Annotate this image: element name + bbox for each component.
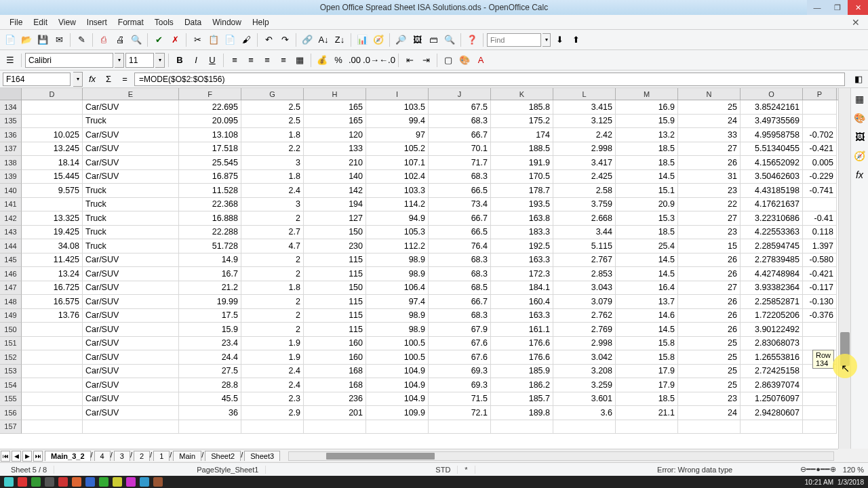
- cell[interactable]: 9.575: [22, 184, 83, 198]
- row-header[interactable]: 147: [0, 281, 22, 296]
- cell[interactable]: 161.1: [491, 323, 553, 337]
- cell[interactable]: 185.8: [491, 100, 553, 115]
- cell[interactable]: Truck: [83, 115, 179, 129]
- vscroll-thumb[interactable]: [840, 332, 850, 366]
- navigator-panel-icon[interactable]: 🧭: [853, 149, 867, 163]
- cell[interactable]: 24: [678, 115, 741, 129]
- font-name-dropdown[interactable]: ▾: [115, 53, 124, 68]
- cell[interactable]: 2: [241, 253, 304, 268]
- horizontal-scrollbar[interactable]: [288, 451, 834, 461]
- menu-data[interactable]: Data: [179, 18, 207, 27]
- cell[interactable]: 14.6: [616, 309, 678, 323]
- cell[interactable]: Truck: [83, 211, 179, 226]
- cell[interactable]: 184.1: [491, 281, 553, 296]
- cell[interactable]: 2.83068073: [741, 337, 803, 351]
- cell[interactable]: 21.2: [179, 281, 241, 296]
- cell[interactable]: 2.7: [241, 226, 304, 240]
- cell[interactable]: 2.853: [553, 267, 616, 281]
- cell[interactable]: 67.6: [429, 350, 491, 365]
- cell[interactable]: [429, 420, 491, 434]
- cell[interactable]: 192.5: [491, 239, 553, 253]
- cell[interactable]: 15.9: [179, 323, 241, 337]
- col-header-H[interactable]: H: [304, 88, 366, 100]
- col-header-E[interactable]: E: [83, 88, 179, 100]
- italic-icon[interactable]: I: [189, 53, 203, 68]
- close-document-button[interactable]: ✕: [846, 17, 865, 28]
- cell[interactable]: -0.421: [803, 267, 837, 281]
- cell[interactable]: [22, 378, 83, 392]
- cell[interactable]: 13.245: [22, 142, 83, 157]
- cell[interactable]: 3.601: [553, 392, 616, 407]
- cell[interactable]: 16.888: [179, 211, 241, 226]
- cell[interactable]: 201: [304, 406, 366, 420]
- indent-inc-icon[interactable]: ⇥: [418, 53, 433, 68]
- cell[interactable]: [22, 406, 83, 420]
- cell[interactable]: 68.5: [429, 281, 491, 296]
- cell[interactable]: 2.767: [553, 253, 616, 268]
- menu-help[interactable]: Help: [247, 18, 275, 27]
- cell[interactable]: 115: [304, 309, 366, 323]
- cell[interactable]: 150: [304, 281, 366, 296]
- cell[interactable]: 15.445: [22, 170, 83, 184]
- cell[interactable]: 2.668: [553, 211, 616, 226]
- cell[interactable]: [803, 420, 837, 434]
- cell[interactable]: [491, 420, 553, 434]
- cell[interactable]: 2.762: [553, 309, 616, 323]
- row-header[interactable]: 156: [0, 406, 22, 420]
- row-header[interactable]: 155: [0, 392, 22, 407]
- cell[interactable]: 178.7: [491, 184, 553, 198]
- row-header[interactable]: 141: [0, 198, 22, 212]
- font-size-dropdown[interactable]: ▾: [155, 53, 165, 68]
- cell[interactable]: 13.325: [22, 211, 83, 226]
- task-app-icon[interactable]: [99, 477, 108, 487]
- cell[interactable]: 2.4: [241, 365, 304, 379]
- cell[interactable]: 174: [491, 128, 553, 142]
- cell[interactable]: 163.3: [491, 253, 553, 268]
- underline-icon[interactable]: U: [205, 53, 220, 68]
- cell[interactable]: 0.118: [803, 226, 837, 240]
- row-header[interactable]: 152: [0, 350, 22, 365]
- cell[interactable]: 1.8: [241, 281, 304, 296]
- cell[interactable]: 22: [678, 198, 741, 212]
- task-app-icon[interactable]: [45, 477, 54, 487]
- cell[interactable]: [22, 323, 83, 337]
- row-header[interactable]: 149: [0, 309, 22, 323]
- cell[interactable]: 98.9: [366, 309, 429, 323]
- cell[interactable]: 188.5: [491, 142, 553, 157]
- menu-format[interactable]: Format: [113, 18, 149, 27]
- sort-desc-icon[interactable]: Z↓: [332, 33, 347, 47]
- cell[interactable]: [366, 420, 429, 434]
- cell[interactable]: 16.875: [179, 170, 241, 184]
- cell[interactable]: 3.259: [553, 378, 616, 392]
- cell[interactable]: 2.58: [553, 184, 616, 198]
- cell[interactable]: -0.229: [803, 170, 837, 184]
- cell[interactable]: 68.3: [429, 253, 491, 268]
- find-dropdown[interactable]: ▾: [542, 33, 551, 47]
- sheet-tab[interactable]: 4: [94, 451, 111, 461]
- cell[interactable]: 99.4: [366, 115, 429, 129]
- cell[interactable]: 2.42: [553, 128, 616, 142]
- cell[interactable]: 76.4: [429, 239, 491, 253]
- cell[interactable]: 70.1: [429, 142, 491, 157]
- cell[interactable]: Truck: [83, 184, 179, 198]
- cell[interactable]: [803, 115, 837, 129]
- row-header[interactable]: 134: [0, 100, 22, 115]
- cell[interactable]: 17.518: [179, 142, 241, 157]
- cell[interactable]: 185.7: [491, 392, 553, 407]
- navigator-icon[interactable]: 🧭: [371, 33, 386, 47]
- cell[interactable]: 172.3: [491, 267, 553, 281]
- cell[interactable]: [803, 198, 837, 212]
- cell[interactable]: 25.4: [616, 239, 678, 253]
- cell[interactable]: 28.8: [179, 378, 241, 392]
- cell[interactable]: 1.25076097: [741, 392, 803, 407]
- task-app-icon[interactable]: [113, 477, 122, 487]
- cell[interactable]: 1.397: [803, 239, 837, 253]
- cell[interactable]: 26: [678, 253, 741, 268]
- cell[interactable]: 18.5: [616, 142, 678, 157]
- cell[interactable]: 68.3: [429, 115, 491, 129]
- cell[interactable]: 230: [304, 239, 366, 253]
- align-center-icon[interactable]: ≡: [243, 53, 258, 68]
- cell[interactable]: 66.5: [429, 226, 491, 240]
- cell[interactable]: 3: [241, 198, 304, 212]
- task-app-icon[interactable]: [31, 477, 41, 487]
